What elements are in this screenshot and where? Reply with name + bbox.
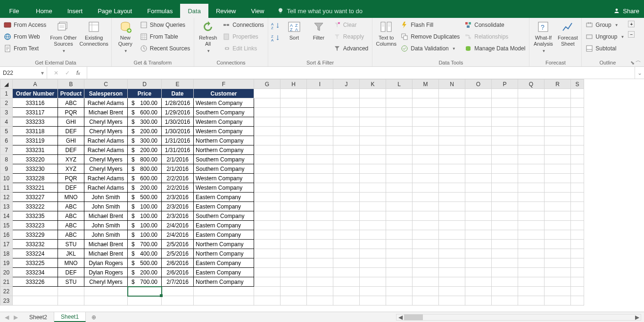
properties-button[interactable]: Properties [222, 32, 265, 42]
cell[interactable] [571, 155, 584, 164]
cell[interactable] [518, 174, 545, 183]
cell[interactable] [254, 98, 281, 108]
cell[interactable] [307, 155, 333, 164]
cell[interactable]: Western Company [194, 174, 254, 183]
cell[interactable] [413, 277, 439, 287]
col-header-N[interactable]: N [439, 80, 465, 89]
cell[interactable] [439, 240, 465, 249]
cell[interactable]: Southern Company [194, 164, 254, 174]
cell[interactable]: Dylan Rogers [84, 258, 128, 268]
cell[interactable]: $500.00 [128, 258, 162, 268]
cell[interactable]: 333231 [13, 145, 58, 155]
cell[interactable] [492, 155, 518, 164]
cell[interactable]: Rachel Adams [84, 98, 128, 108]
cell[interactable]: Rachel Adams [84, 174, 128, 183]
cell[interactable] [465, 287, 492, 296]
cell[interactable]: 333232 [13, 240, 58, 249]
cell[interactable] [571, 145, 584, 155]
cell[interactable] [545, 240, 571, 249]
cell[interactable]: $600.00 [128, 174, 162, 183]
cell[interactable] [518, 221, 545, 230]
cell[interactable] [281, 98, 307, 108]
cell[interactable] [281, 164, 307, 174]
horizontal-scrollbar[interactable]: ◀ ▶ [102, 312, 644, 322]
scroll-right-icon[interactable]: ▶ [633, 314, 641, 321]
cell[interactable] [307, 98, 333, 108]
edit-links-button[interactable]: Edit Links [222, 43, 265, 54]
col-header-I[interactable]: I [307, 80, 333, 89]
cell[interactable]: John Smith [84, 193, 128, 202]
cell[interactable]: John Smith [84, 230, 128, 240]
cell[interactable] [545, 89, 571, 98]
row-header[interactable]: 3 [0, 108, 13, 117]
cell[interactable] [413, 117, 439, 127]
cell[interactable]: Michael Brent [84, 211, 128, 221]
cell[interactable]: $200.00 [128, 183, 162, 193]
cell[interactable]: 2/7/2016 [162, 277, 194, 287]
cell[interactable] [386, 127, 413, 136]
cell[interactable] [492, 145, 518, 155]
cell[interactable] [254, 174, 281, 183]
cell[interactable] [518, 183, 545, 193]
subtotal-button[interactable]: Subtotal [585, 43, 625, 54]
cell[interactable]: Western Company [194, 98, 254, 108]
cell[interactable] [492, 258, 518, 268]
from-web-button[interactable]: From Web [3, 32, 47, 42]
cell[interactable] [439, 249, 465, 258]
cell[interactable] [545, 127, 571, 136]
cell[interactable] [307, 240, 333, 249]
cell[interactable] [465, 277, 492, 287]
scroll-thumb[interactable] [404, 314, 423, 320]
cell[interactable] [465, 174, 492, 183]
row-header[interactable]: 14 [0, 211, 13, 221]
cell[interactable]: ABC [58, 98, 84, 108]
col-header-S[interactable]: S [571, 80, 584, 89]
advanced-filter-button[interactable]: Advanced [332, 43, 369, 54]
cell[interactable]: DEF [58, 268, 84, 277]
cell[interactable] [413, 193, 439, 202]
cell[interactable] [254, 193, 281, 202]
cell[interactable]: 333229 [13, 230, 58, 240]
cell[interactable]: Western Company [194, 183, 254, 193]
cell[interactable]: 2/5/2016 [162, 240, 194, 249]
cell[interactable]: Rachel Adams [84, 136, 128, 145]
cell[interactable] [333, 98, 360, 108]
cell[interactable]: STU [58, 240, 84, 249]
cell[interactable] [307, 174, 333, 183]
cell[interactable] [307, 268, 333, 277]
cell[interactable] [307, 277, 333, 287]
cell[interactable]: John Smith [84, 221, 128, 230]
cell[interactable] [571, 136, 584, 145]
cell[interactable]: Eastern Company [194, 202, 254, 211]
cell[interactable] [413, 127, 439, 136]
cell[interactable] [465, 230, 492, 240]
row-header[interactable]: 19 [0, 258, 13, 268]
cell[interactable] [571, 249, 584, 258]
cell[interactable]: 1/30/2016 [162, 127, 194, 136]
cell[interactable] [128, 287, 162, 296]
col-header-G[interactable]: G [254, 80, 281, 89]
cell[interactable] [333, 240, 360, 249]
cell[interactable] [545, 268, 571, 277]
cell[interactable] [307, 117, 333, 127]
cell[interactable] [545, 202, 571, 211]
prev-sheet-icon[interactable]: ◀ [5, 314, 9, 321]
cell[interactable] [439, 277, 465, 287]
cell[interactable] [254, 268, 281, 277]
cell[interactable] [492, 174, 518, 183]
cell[interactable]: 333224 [13, 249, 58, 258]
cell[interactable] [360, 277, 386, 287]
cell[interactable] [545, 221, 571, 230]
cell[interactable] [333, 193, 360, 202]
expand-formula-bar-icon[interactable]: ⌄ [635, 67, 644, 79]
cell[interactable] [386, 98, 413, 108]
col-header-R[interactable]: R [545, 80, 571, 89]
cell[interactable]: $100.00 [128, 211, 162, 221]
cell[interactable] [413, 249, 439, 258]
cell[interactable] [571, 268, 584, 277]
consolidate-button[interactable]: Consolidate [463, 20, 526, 30]
cell[interactable] [333, 89, 360, 98]
connections-button[interactable]: Connections [222, 20, 265, 30]
cell[interactable]: 1/28/2016 [162, 98, 194, 108]
cell[interactable] [465, 136, 492, 145]
